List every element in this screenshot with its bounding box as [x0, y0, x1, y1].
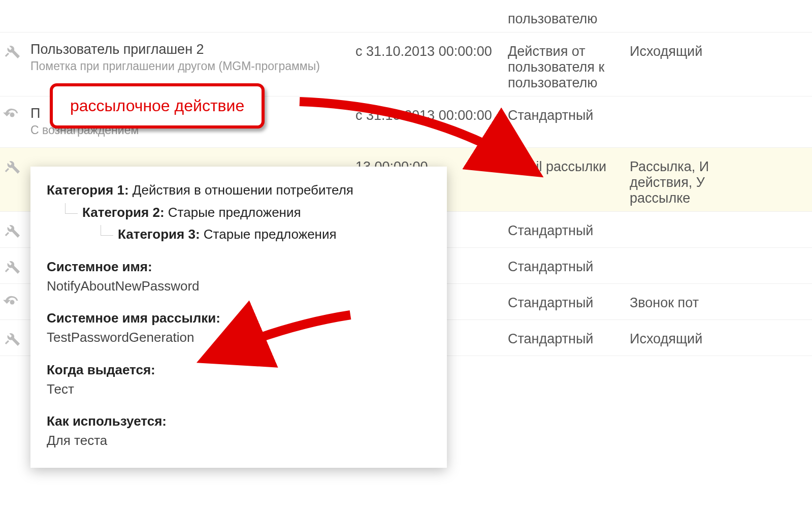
row-extra-line: рассылке: [630, 190, 812, 206]
row-type-cell: Стандартный: [508, 97, 630, 129]
row-name-cell: [30, 0, 355, 19]
wrench-icon: [0, 33, 30, 62]
cycle-icon: [0, 284, 30, 313]
system-name-label: Системное имя:: [47, 258, 431, 277]
wrench-icon: [0, 212, 30, 241]
row-type-cell: Стандартный: [508, 284, 630, 316]
row-extra-line: действия, У: [630, 175, 812, 190]
row-date-cell: с 31.10.2013 00:00:00: [355, 97, 508, 129]
row-type-cell: Действия отпользователя кпользователю: [508, 33, 630, 96]
system-name-section: Системное имя: NotifyAboutNewPassword: [47, 258, 431, 296]
category-1-line: Категория 1: Действия в отношении потреб…: [47, 181, 431, 200]
row-type-line: Стандартный: [508, 108, 625, 123]
row-extra-line: Исходящий: [630, 44, 812, 59]
row-extra-line: Звонок пот: [630, 295, 812, 311]
row-type-cell: Email рассылки: [508, 148, 630, 180]
when-value: Тест: [47, 380, 431, 399]
wrench-icon: [0, 320, 30, 349]
cycle-icon: [0, 97, 30, 126]
row-extra-cell: Рассылка, Идействия, Урассылке: [630, 148, 812, 211]
row-type-cell: Стандартный: [508, 248, 630, 280]
system-mail-name-section: Системное имя рассылки: TestPasswordGene…: [47, 309, 431, 347]
system-name-value: NotifyAboutNewPassword: [47, 277, 431, 296]
row-type-line: Стандартный: [508, 259, 625, 275]
wrench-icon: [0, 248, 30, 277]
category-3-label: Категория 3:: [118, 227, 200, 242]
system-mail-name-label: Системное имя рассылки:: [47, 309, 431, 328]
svg-point-1: [10, 300, 15, 305]
row-type-line: Действия от: [508, 44, 625, 59]
row-type-line: пользователя к: [508, 59, 625, 75]
row-date-cell: с 31.10.2013 00:00:00: [355, 33, 508, 65]
system-mail-name-value: TestPasswordGeneration: [47, 328, 431, 347]
category-1-label: Категория 1:: [47, 182, 129, 198]
row-extra-cell: Исходящий: [630, 320, 812, 352]
row-name-cell: Пользователь приглашен 2Пометка при приг…: [30, 33, 355, 83]
when-label: Когда выдается:: [47, 361, 431, 380]
row-type-line: пользователю: [508, 75, 625, 91]
page-root: пользователюПользователь приглашен 2Поме…: [0, 0, 812, 513]
table-row[interactable]: пользователю: [0, 0, 812, 33]
no-icon: [0, 0, 30, 9]
row-extra-cell: [630, 97, 812, 113]
svg-point-0: [10, 113, 15, 117]
row-type-line: пользователю: [508, 11, 625, 27]
row-extra-cell: Звонок пот: [630, 284, 812, 316]
row-extra-line: Исходящий: [630, 331, 812, 347]
how-label: Как используется:: [47, 412, 431, 431]
category-2-label: Категория 2:: [82, 205, 165, 220]
how-value: Для теста: [47, 431, 431, 451]
row-type-cell: Стандартный: [508, 212, 630, 244]
annotation-callout: рассылочное действие: [50, 83, 265, 129]
category-2-line: Категория 2: Старые предложения: [82, 203, 431, 222]
row-extra-cell: [630, 248, 812, 264]
wrench-icon: [0, 148, 30, 177]
row-extra-cell: [630, 212, 812, 228]
row-extra-cell: Исходящий: [630, 33, 812, 65]
row-type-cell: Стандартный: [508, 320, 630, 352]
category-2-value: Старые предложения: [168, 205, 301, 220]
row-title: Пользователь приглашен 2: [30, 42, 350, 57]
row-name-cell: [30, 148, 355, 167]
row-type-line: Стандартный: [508, 223, 625, 239]
row-type-line: Стандартный: [508, 295, 625, 311]
how-section: Как используется: Для теста: [47, 412, 431, 450]
row-type-cell: пользователю: [508, 0, 630, 32]
row-extra-line: Рассылка, И: [630, 159, 812, 175]
category-3-value: Старые предложения: [204, 227, 337, 242]
row-extra-cell: [630, 0, 812, 16]
row-type-line: Стандартный: [508, 331, 625, 347]
annotation-callout-text: рассылочное действие: [70, 97, 244, 115]
row-type-line: Email рассылки: [508, 159, 625, 175]
when-section: Когда выдается: Тест: [47, 361, 431, 399]
row-subtitle: Пометка при приглашении другом (MGM-прог…: [30, 59, 350, 73]
row-detail-popover: Категория 1: Действия в отношении потреб…: [30, 167, 447, 468]
row-date-cell: [355, 0, 508, 16]
category-1-value: Действия в отношении потребителя: [133, 182, 353, 198]
category-3-line: Категория 3: Старые предложения: [118, 225, 431, 244]
